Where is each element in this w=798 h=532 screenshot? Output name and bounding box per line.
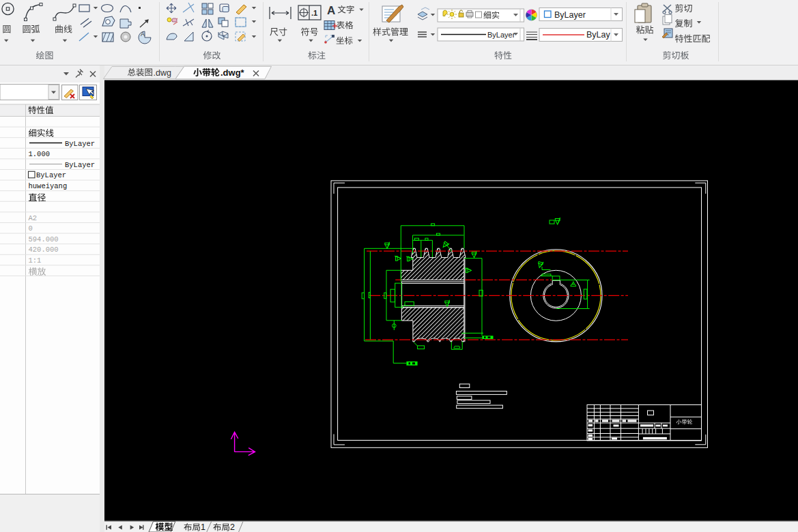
svg-text:1: 1 <box>201 522 205 532</box>
svg-text:.1: .1 <box>311 9 317 17</box>
svg-text:594.000: 594.000 <box>29 235 59 243</box>
svg-text:huweiyang: huweiyang <box>29 182 68 190</box>
svg-text:.dwg: .dwg <box>154 68 171 78</box>
svg-text:ByLayer: ByLayer <box>554 10 586 20</box>
svg-text:A2: A2 <box>29 214 38 222</box>
svg-text:1.000: 1.000 <box>29 150 51 158</box>
svg-text:2: 2 <box>230 522 235 532</box>
svg-text:.dwg*: .dwg* <box>220 68 245 78</box>
svg-text:ByLayer: ByLayer <box>36 171 66 179</box>
svg-text:420.000: 420.000 <box>29 246 59 254</box>
svg-text:A: A <box>327 4 335 17</box>
svg-text:ByLayer: ByLayer <box>65 161 95 169</box>
svg-text:A: A <box>141 31 145 38</box>
svg-text:1:1: 1:1 <box>29 256 42 265</box>
svg-text:ByLayer: ByLayer <box>65 140 95 148</box>
svg-text:ByLayer: ByLayer <box>487 31 515 39</box>
svg-text:ByLay: ByLay <box>586 30 610 40</box>
svg-text:0: 0 <box>29 224 33 233</box>
